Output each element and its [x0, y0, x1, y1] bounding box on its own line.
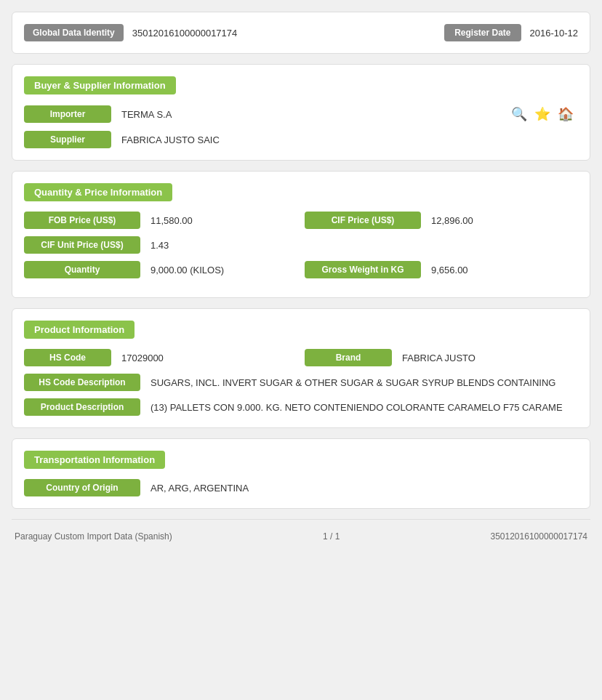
identity-bar: Global Data Identity 3501201610000001717…: [24, 24, 578, 41]
quantity-label: Quantity: [24, 261, 140, 278]
star-icon[interactable]: ⭐: [533, 105, 552, 124]
home-icon[interactable]: 🏠: [556, 105, 575, 124]
fob-label: FOB Price (US$): [24, 212, 140, 229]
supplier-label: Supplier: [24, 131, 111, 148]
cif-pair: CIF Price (US$) 12,896.00: [305, 212, 578, 229]
importer-label: Importer: [24, 105, 111, 123]
gross-weight-label: Gross Weight in KG: [305, 261, 421, 278]
action-icons: 🔍 ⭐ 🏠: [510, 105, 578, 124]
brand-label: Brand: [305, 349, 392, 366]
buyer-supplier-card: Buyer & Supplier Information Importer TE…: [12, 64, 590, 161]
footer-divider: [12, 519, 590, 520]
product-header: Product Information: [24, 321, 135, 339]
identity-card: Global Data Identity 3501201610000001717…: [12, 12, 590, 54]
hs-desc-row: HS Code Description SUGARS, INCL. INVERT…: [24, 374, 578, 391]
supplier-row: Supplier FABRICA JUSTO SAIC: [24, 131, 578, 148]
hs-desc-value: SUGARS, INCL. INVERT SUGAR & OTHER SUGAR…: [148, 377, 578, 388]
page-footer: Paraguay Custom Import Data (Spanish) 1 …: [12, 526, 590, 547]
gross-weight-pair: Gross Weight in KG 9,656.00: [305, 261, 578, 278]
cif-unit-row: CIF Unit Price (US$) 1.43: [24, 236, 578, 254]
gdi-value: 35012016100000017174: [132, 28, 436, 39]
cif-value: 12,896.00: [428, 215, 578, 226]
fob-pair: FOB Price (US$) 11,580.00: [24, 212, 297, 229]
cif-unit-value: 1.43: [148, 240, 578, 251]
importer-row: Importer TERMA S.A 🔍 ⭐ 🏠: [24, 105, 578, 124]
transportation-header: Transportation Information: [24, 451, 165, 469]
quantity-price-card: Quantity & Price Information FOB Price (…: [12, 171, 590, 298]
quantity-value: 9,000.00 (KILOS): [148, 265, 297, 275]
register-date-value: 2016-10-12: [530, 28, 579, 39]
footer-page: 1 / 1: [323, 531, 340, 542]
importer-value: TERMA S.A: [119, 109, 502, 120]
hs-brand-row: HS Code 17029000 Brand FABRICA JUSTO: [24, 349, 578, 366]
cif-unit-label: CIF Unit Price (US$): [24, 236, 140, 254]
register-date-button[interactable]: Register Date: [444, 24, 521, 41]
hs-code-value: 17029000: [119, 353, 297, 363]
product-card: Product Information HS Code 17029000 Bra…: [12, 308, 590, 428]
hs-desc-label: HS Code Description: [24, 374, 140, 391]
footer-id: 35012016100000017174: [491, 531, 587, 542]
product-desc-label: Product Description: [24, 398, 140, 416]
quantity-price-header: Quantity & Price Information: [24, 183, 172, 201]
search-icon[interactable]: 🔍: [510, 105, 529, 124]
product-desc-value: (13) PALLETS CON 9.000. KG. NETO CONTENI…: [148, 402, 578, 413]
brand-value: FABRICA JUSTO: [399, 353, 578, 363]
buyer-supplier-header: Buyer & Supplier Information: [24, 76, 176, 94]
country-origin-row: Country of Origin AR, ARG, ARGENTINA: [24, 479, 578, 496]
gdi-label: Global Data Identity: [24, 24, 124, 41]
fob-value: 11,580.00: [148, 215, 297, 226]
quantity-gross-row: Quantity 9,000.00 (KILOS) Gross Weight i…: [24, 261, 578, 278]
quantity-pair: Quantity 9,000.00 (KILOS): [24, 261, 297, 278]
country-origin-label: Country of Origin: [24, 479, 140, 496]
cif-label: CIF Price (US$): [305, 212, 421, 229]
prod-desc-row: Product Description (13) PALLETS CON 9.0…: [24, 398, 578, 416]
brand-pair: Brand FABRICA JUSTO: [305, 349, 578, 366]
hs-code-label: HS Code: [24, 349, 111, 366]
fob-cif-row: FOB Price (US$) 11,580.00 CIF Price (US$…: [24, 212, 578, 229]
country-origin-value: AR, ARG, ARGENTINA: [148, 483, 578, 494]
hs-code-pair: HS Code 17029000: [24, 349, 297, 366]
gross-weight-value: 9,656.00: [428, 265, 578, 275]
transportation-card: Transportation Information Country of Or…: [12, 438, 590, 509]
footer-source: Paraguay Custom Import Data (Spanish): [15, 531, 172, 542]
supplier-value: FABRICA JUSTO SAIC: [119, 134, 578, 145]
